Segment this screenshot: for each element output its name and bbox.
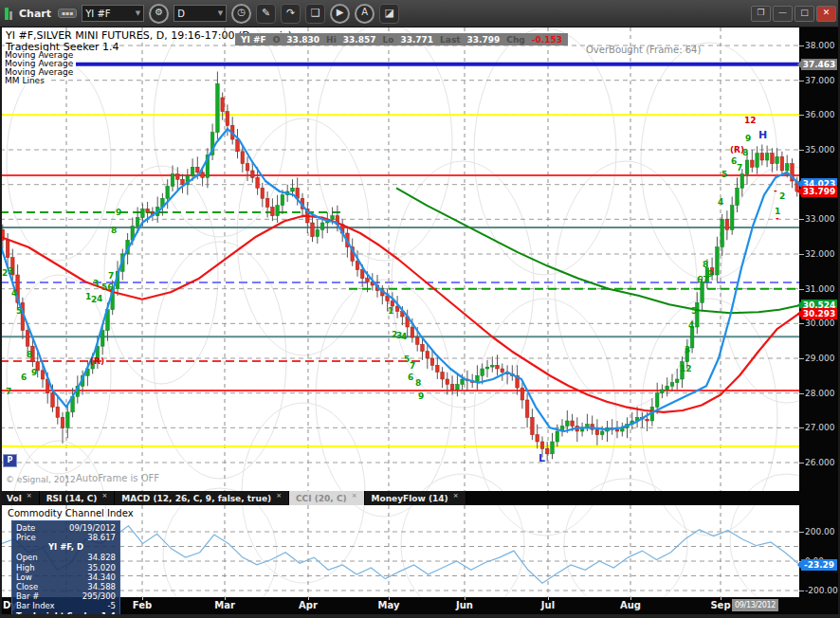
price-tick-label: 33.000: [805, 214, 835, 224]
candle: [265, 198, 269, 207]
price-badge: 37.463: [801, 59, 837, 70]
symbol-settings-icon[interactable]: ⚙: [149, 4, 169, 24]
time-interval-icon[interactable]: ◷: [231, 4, 251, 24]
close-tab-icon[interactable]: ×: [276, 492, 282, 500]
candle: [271, 208, 275, 216]
chevron-down-icon: ▼: [136, 9, 140, 17]
cycle-ellipse: [316, 280, 452, 491]
price-chart-canvas[interactable]: 2345678912345678912345678912345678945678…: [0, 27, 799, 491]
candle: [441, 373, 445, 379]
wave-mark: 9: [116, 208, 121, 217]
candle: [456, 385, 460, 391]
price-tick-label: 28.000: [805, 389, 835, 398]
quote-strip: YI #F O 33.830 Hi 33.857 Lo 33.771 Last …: [235, 33, 568, 45]
wave-mark: (R): [90, 356, 104, 366]
candle: [191, 167, 194, 175]
autoframe-status: AutoFrame is OFF: [76, 473, 159, 483]
close-tab-icon[interactable]: ×: [101, 492, 107, 500]
change-value: -0.153: [532, 35, 562, 45]
month-label: Aug: [620, 600, 641, 610]
last-bar-date-badge: 09/13/2012: [732, 599, 778, 611]
candle: [411, 327, 414, 337]
wave-mark: 12: [744, 116, 757, 125]
tab-rsi[interactable]: RSI (14, C)×: [40, 491, 116, 505]
data-box-row: High35.020: [16, 563, 116, 573]
candle: [491, 365, 495, 367]
link-badge-icon[interactable]: ▪▪▪: [58, 9, 77, 18]
candle: [780, 156, 784, 171]
open-value: 33.830: [286, 35, 320, 45]
candle: [646, 419, 649, 421]
candle: [311, 223, 315, 237]
close-tab-icon[interactable]: ×: [453, 492, 459, 500]
candle: [166, 187, 170, 199]
candle: [771, 154, 775, 164]
tab-vol[interactable]: Vol×: [0, 491, 40, 505]
candle: [251, 171, 255, 177]
wave-mark: 5: [691, 306, 697, 316]
wave-mark: 56: [101, 282, 114, 292]
price-tick-label: 36.000: [805, 110, 835, 119]
candle: [730, 206, 734, 230]
price-badge: 33.799: [801, 186, 837, 197]
auto-icon[interactable]: A: [355, 4, 374, 24]
candle: [520, 388, 524, 400]
maximize-button[interactable]: □: [794, 6, 814, 22]
tab-cci[interactable]: CCI (20, C)×: [289, 491, 364, 505]
candle: [360, 270, 364, 279]
wave-mark: L: [539, 452, 545, 464]
wave-mark: 1: [388, 306, 393, 316]
candle: [670, 383, 674, 387]
wave-mark: -: [774, 186, 777, 195]
candle: [566, 421, 570, 427]
play-icon[interactable]: ▶: [330, 4, 350, 24]
wave-mark: H: [758, 129, 767, 141]
open-label: O: [273, 35, 281, 45]
tab-moneyflow[interactable]: MoneyFlow (14)×: [365, 491, 466, 505]
high-value: 33.857: [343, 35, 376, 45]
candle: [6, 240, 9, 257]
candle: [51, 393, 55, 408]
symbol-select[interactable]: YI #F ▼: [82, 5, 144, 22]
price-axis[interactable]: 38.00037.00036.00035.00034.00033.00032.0…: [799, 27, 838, 597]
wave-mark: 8: [27, 350, 32, 359]
candle: [241, 152, 245, 164]
minimize-button[interactable]: —: [773, 6, 793, 22]
candle: [600, 431, 604, 435]
indicator-tab-bar: Vol×RSI (14, C)×MACD (12, 26, C, 9, fals…: [0, 491, 799, 505]
cycle-ellipse: [730, 474, 799, 491]
cci-panel-title: Commodity Channel Index: [8, 508, 134, 518]
data-box: Date09/19/2012Price38.617YI #F, DOpen34.…: [11, 520, 120, 618]
time-axis[interactable]: Dy FebMarAprMayJunJulAugSep09/13/2012: [0, 597, 838, 614]
candle: [595, 429, 599, 435]
wave-mark: 6: [21, 373, 27, 382]
last-label: Last: [440, 35, 460, 45]
interval-select[interactable]: D ▼: [173, 5, 227, 22]
quote-symbol: YI #F: [241, 35, 266, 45]
tab-label: Vol: [7, 494, 22, 503]
candle: [501, 369, 504, 373]
candle: [316, 229, 320, 236]
change-label: Chg: [506, 35, 524, 45]
tab-label: MACD (12, 26, C, 9, false, true): [121, 494, 271, 503]
draw-pencil-icon[interactable]: ✎: [256, 4, 276, 24]
close-tab-icon[interactable]: ×: [352, 492, 357, 500]
restore-window-button[interactable]: ❐: [751, 6, 771, 22]
wave-mark: 7: [6, 387, 11, 396]
candle: [556, 431, 559, 442]
window-frame-bottom: [0, 614, 840, 618]
price-tick-label: 26.000: [805, 458, 835, 467]
data-box-row: Open34.828: [16, 553, 116, 562]
annotation-icon[interactable]: ❑: [305, 4, 325, 24]
window-frame-left: [0, 27, 2, 618]
chart-window: Chart ▪▪▪ YI #F ▼ ⚙ D ▼ ◷ ✎ ↷ ❑ ▶ A ◪ ❐ …: [0, 0, 840, 618]
close-button[interactable]: ✕: [816, 6, 836, 22]
candle: [331, 216, 335, 220]
candle: [236, 139, 240, 152]
close-tab-icon[interactable]: ×: [27, 492, 32, 500]
tab-macd[interactable]: MACD (12, 26, C, 9, false, true)×: [115, 491, 289, 505]
cci-tick-label: -200.00: [805, 586, 838, 595]
eraser-icon[interactable]: ◪: [379, 4, 399, 24]
reload-icon[interactable]: ↷: [281, 4, 301, 24]
candle: [141, 209, 145, 217]
